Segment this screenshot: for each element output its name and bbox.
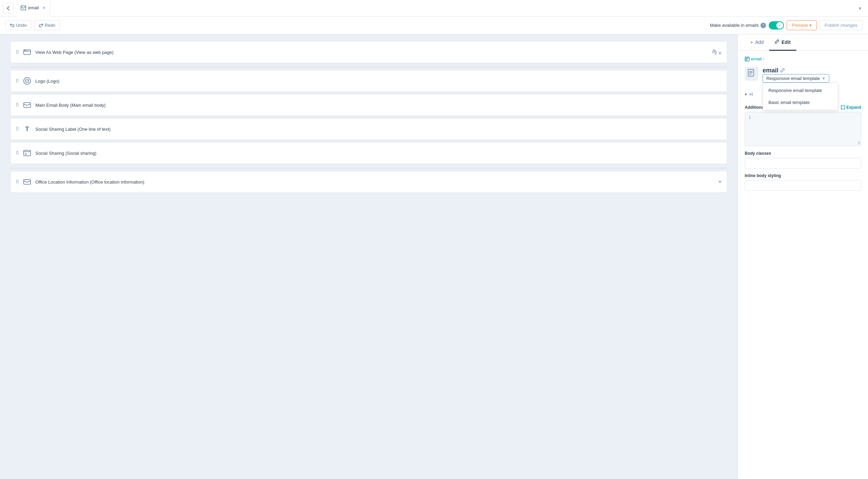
svg-rect-0 — [21, 6, 26, 10]
tab-bar: email ✕ ▾ — [0, 0, 868, 16]
breadcrumb-chevron-icon: › — [763, 56, 764, 61]
module-row[interactable]: ⠿ Logo (Logo) — [10, 70, 727, 92]
template-selected-label: Responsive email template — [766, 76, 820, 81]
toggle-knob: ✓ — [776, 22, 783, 29]
module-info-icon — [745, 67, 758, 81]
panel-tabs: + Add Edit — [738, 34, 868, 51]
template-dropdown-button[interactable]: Responsive email template ▼ — [763, 74, 829, 83]
section-heading-label: H — [750, 92, 753, 97]
divider — [10, 65, 727, 69]
drag-handle-icon: ⠿ — [15, 150, 19, 156]
line-number: 1 — [749, 115, 751, 120]
module-label: Main Email Body (Main email body) — [35, 103, 722, 108]
tab-close-icon[interactable]: ✕ — [42, 5, 46, 10]
dropdown-arrow-icon: ▼ — [822, 77, 825, 80]
redo-label: Redo — [45, 23, 55, 28]
right-panel: + Add Edit email › — [738, 34, 868, 479]
publish-button[interactable]: Publish changes — [820, 20, 863, 30]
svg-rect-8 — [24, 103, 31, 107]
svg-point-7 — [27, 81, 28, 82]
module-label: Social Sharing (Social sharing) — [35, 151, 722, 156]
module-name: email — [763, 67, 829, 74]
module-label: Logo (Logo) — [35, 79, 722, 84]
divider — [10, 166, 727, 170]
name-edit-icon[interactable] — [780, 68, 785, 73]
chevron-down-icon: ▾ — [745, 92, 747, 97]
view-web-page-icon — [22, 47, 32, 57]
tab-add[interactable]: + Add — [745, 34, 769, 51]
make-available-toggle[interactable]: ✓ — [769, 21, 784, 30]
logo-icon — [22, 76, 32, 86]
preview-arrow-icon: ▾ — [809, 23, 812, 28]
add-icon: + — [750, 39, 753, 45]
additional-head-markup-section: Additional <head> markup Expand 1 ⠿ — [745, 105, 861, 146]
inline-body-styling-section: Inline body styling — [745, 173, 861, 191]
module-row[interactable]: ⠿ Main Email Body (Main email body) — [10, 94, 727, 116]
svg-point-4 — [712, 51, 715, 53]
body-classes-input[interactable] — [745, 158, 861, 168]
template-dropdown-menu: Responsive email template Basic email te… — [763, 83, 838, 110]
tab-edit-label: Edit — [781, 39, 790, 45]
svg-point-3 — [25, 50, 26, 51]
breadcrumb[interactable]: email › — [745, 56, 861, 61]
dropdown-item-basic[interactable]: Basic email template — [763, 96, 838, 108]
panel-body: email › email — [738, 51, 868, 479]
back-button[interactable] — [3, 3, 14, 14]
tab-edit[interactable]: Edit — [769, 34, 796, 51]
svg-rect-11 — [24, 179, 31, 184]
dropdown-item-label: Responsive email template — [768, 88, 822, 93]
dropdown-item-label: Basic email template — [768, 100, 810, 105]
module-row[interactable]: ⠿ View As Web Page (View as web page) ✕ — [10, 41, 727, 63]
tab-label: email — [28, 5, 39, 10]
social-sharing-label-icon: T — [22, 124, 32, 134]
preview-label: Preview — [792, 23, 808, 28]
svg-rect-9 — [24, 150, 31, 156]
tab-add-label: Add — [755, 39, 764, 45]
module-settings-icon[interactable]: ✕ — [710, 49, 722, 56]
drag-handle-icon: ⠿ — [15, 78, 19, 84]
module-label: View As Web Page (View as web page) — [35, 50, 710, 55]
expand-link[interactable]: Expand — [841, 105, 861, 110]
canvas-area: ⠿ View As Web Page (View as web page) ✕ — [0, 34, 738, 479]
undo-button[interactable]: Undo — [5, 20, 31, 30]
office-location-icon — [22, 177, 32, 187]
module-label: Office Location Information (Office loca… — [35, 179, 718, 185]
email-tab[interactable]: email ✕ — [16, 0, 50, 16]
drag-handle-icon: ⠿ — [15, 126, 19, 132]
breadcrumb-label: email — [751, 56, 762, 61]
template-dropdown-wrapper: Responsive email template ▼ Responsive e… — [763, 74, 829, 83]
module-row[interactable]: ⠿ Office Location Information (Office lo… — [10, 171, 727, 193]
social-sharing-icon: # — [22, 148, 32, 158]
info-icon[interactable]: ? — [761, 23, 766, 28]
module-info: email Responsive email template ▼ — [745, 67, 861, 83]
module-name-section: email Responsive email template ▼ — [763, 67, 829, 83]
drag-handle-icon: ⠿ — [15, 179, 19, 185]
main-email-body-icon — [22, 100, 32, 110]
edit-pencil-icon — [775, 39, 779, 45]
inline-body-styling-input[interactable] — [745, 180, 861, 191]
tab-dropdown-button[interactable]: ▾ — [854, 3, 865, 14]
module-label: Social Sharing Label (One line of text) — [35, 127, 722, 132]
module-row[interactable]: ⠿ # Social Sharing (Social sharing) — [10, 142, 727, 164]
drag-handle-icon: ⠿ — [15, 102, 19, 108]
body-classes-label: Body classes — [745, 151, 861, 156]
drag-handle-icon: ⠿ — [15, 49, 19, 55]
body-classes-section: Body classes — [745, 151, 861, 168]
svg-point-2 — [24, 50, 25, 51]
module-row[interactable]: ⠿ T Social Sharing Label (One line of te… — [10, 118, 727, 140]
make-available-label: Make available in emails ? — [710, 23, 766, 28]
inline-body-styling-label: Inline body styling — [745, 173, 861, 178]
publish-label: Publish changes — [825, 23, 857, 28]
dropdown-item-responsive[interactable]: Responsive email template — [763, 84, 838, 96]
redo-button[interactable]: Redo — [34, 20, 60, 30]
toolbar: Undo Redo Make available in emails ? ✓ P… — [0, 16, 868, 34]
svg-text:#: # — [25, 152, 27, 156]
undo-label: Undo — [16, 23, 27, 28]
main-layout: ⠿ View As Web Page (View as web page) ✕ — [0, 34, 868, 479]
module-settings-icon-2[interactable]: ✕ — [718, 179, 722, 185]
preview-button[interactable]: Preview ▾ — [787, 20, 816, 30]
code-editor[interactable]: 1 ⠿ — [745, 112, 861, 146]
resize-handle-icon[interactable]: ⠿ — [858, 141, 860, 145]
